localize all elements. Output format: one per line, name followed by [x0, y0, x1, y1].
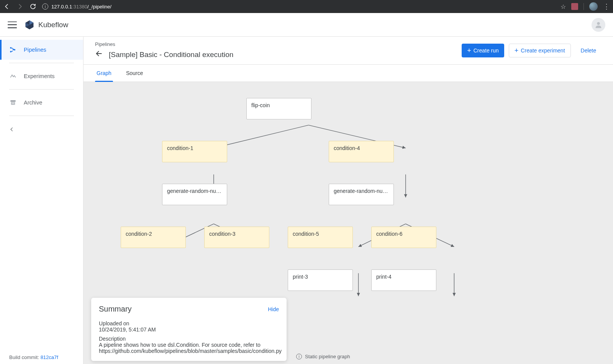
description-value: A pipeline shows how to use dsl.Conditio…	[99, 342, 279, 354]
archive-icon	[9, 99, 17, 106]
tab-graph[interactable]: Graph	[95, 65, 113, 82]
create-run-button[interactable]: +Create run	[462, 44, 504, 57]
plus-icon: +	[515, 47, 519, 55]
divider	[9, 89, 74, 90]
sidebar-item-archive[interactable]: Archive	[0, 93, 83, 113]
svg-point-4	[10, 47, 11, 49]
breadcrumb[interactable]: Pipelines	[95, 41, 462, 47]
divider	[583, 3, 584, 10]
node-condition-5[interactable]: condition-5	[288, 227, 353, 248]
graph-footer-note: i Static pipeline graph	[296, 354, 350, 359]
node-print-3[interactable]: print-3	[288, 269, 353, 291]
kubeflow-logo-icon	[25, 20, 34, 30]
url-text: 127.0.0.1:31380/_/pipeline/	[51, 4, 111, 10]
info-icon: i	[296, 354, 302, 359]
node-print-4[interactable]: print-4	[371, 269, 436, 291]
extension-icon[interactable]	[571, 3, 578, 10]
divider	[9, 116, 74, 116]
sidebar-item-label: Archive	[24, 100, 42, 106]
graph-canvas[interactable]: flip-coin condition-1 condition-4 genera…	[84, 82, 613, 364]
profile-avatar-icon[interactable]	[589, 2, 598, 11]
svg-point-6	[14, 49, 15, 51]
collapse-sidebar-icon[interactable]	[9, 127, 74, 134]
product-logo[interactable]: Kubeflow	[25, 20, 68, 30]
node-condition-6[interactable]: condition-6	[371, 227, 436, 248]
app-header: Kubeflow	[0, 13, 613, 37]
back-arrow-icon[interactable]	[95, 49, 103, 60]
summary-panel: Summary Hide Uploaded on 10/24/2019, 5:4…	[91, 298, 287, 361]
node-condition-2[interactable]: condition-2	[121, 227, 186, 248]
svg-rect-9	[12, 103, 14, 104]
node-generate-2[interactable]: generate-random-nu…	[329, 184, 394, 205]
node-condition-3[interactable]: condition-3	[204, 227, 269, 248]
info-icon: i	[42, 3, 48, 10]
page-title: [Sample] Basic - Conditional execution	[109, 51, 233, 59]
uploaded-label: Uploaded on	[99, 320, 279, 326]
reload-icon[interactable]	[29, 3, 37, 10]
svg-point-3	[597, 22, 600, 24]
divider	[9, 63, 74, 63]
page-header: Pipelines [Sample] Basic - Conditional e…	[84, 37, 613, 65]
node-condition-4[interactable]: condition-4	[329, 141, 394, 162]
sidebar-item-label: Pipelines	[24, 47, 46, 53]
delete-button[interactable]: Delete	[575, 44, 602, 57]
node-flip-coin[interactable]: flip-coin	[246, 98, 311, 119]
back-icon[interactable]	[3, 3, 11, 10]
forward-icon[interactable]	[16, 3, 24, 10]
description-label: Description	[99, 336, 279, 342]
main-content: Pipelines [Sample] Basic - Conditional e…	[84, 37, 613, 364]
svg-point-5	[10, 51, 11, 52]
node-condition-1[interactable]: condition-1	[162, 141, 227, 162]
browser-chrome: i 127.0.0.1:31380/_/pipeline/ ☆ ⋮	[0, 0, 613, 13]
node-generate-1[interactable]: generate-random-nu…	[162, 184, 227, 205]
bookmark-icon[interactable]: ☆	[561, 3, 566, 10]
uploaded-value: 10/24/2019, 5:41:07 AM	[99, 326, 279, 333]
tab-bar: Graph Source	[84, 65, 613, 82]
sidebar-item-pipelines[interactable]: Pipelines	[0, 40, 83, 60]
hide-button[interactable]: Hide	[268, 306, 279, 312]
user-avatar[interactable]	[592, 18, 605, 32]
hamburger-icon[interactable]	[8, 21, 17, 28]
plus-icon: +	[467, 47, 471, 55]
svg-rect-7	[10, 100, 16, 102]
product-name: Kubeflow	[38, 21, 68, 29]
build-commit: Build commit: 812ca7f	[9, 354, 58, 360]
commit-hash-link[interactable]: 812ca7f	[41, 354, 58, 360]
tab-source[interactable]: Source	[125, 65, 144, 82]
create-experiment-button[interactable]: +Create experiment	[509, 44, 571, 57]
summary-title: Summary	[99, 305, 132, 313]
sidebar-item-label: Experiments	[24, 73, 55, 79]
pipelines-icon	[9, 46, 17, 54]
menu-dots-icon[interactable]: ⋮	[603, 3, 610, 10]
address-bar[interactable]: i 127.0.0.1:31380/_/pipeline/	[42, 3, 555, 10]
sidebar-item-experiments[interactable]: Experiments	[0, 66, 83, 86]
sidebar: Pipelines Experiments Archive Build comm…	[0, 37, 84, 364]
experiments-icon	[9, 72, 17, 80]
